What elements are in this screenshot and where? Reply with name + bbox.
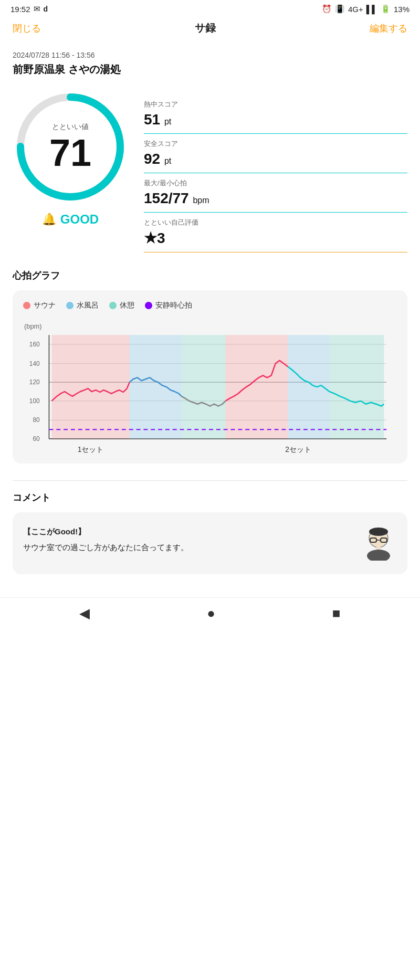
vibrate-icon: 📳 bbox=[335, 4, 345, 14]
svg-rect-18 bbox=[182, 335, 226, 439]
score-item-2: 最大/最小心拍 152/77 bpm bbox=[144, 173, 407, 213]
svg-text:1セット: 1セット bbox=[78, 445, 104, 454]
circle-gauge-container: とといい値 71 🔔 GOOD bbox=[13, 89, 128, 227]
home-button[interactable]: ● bbox=[207, 605, 215, 621]
good-text: GOOD bbox=[60, 212, 99, 227]
score-value-3: ★3 bbox=[144, 229, 407, 247]
main-content: 2024/07/28 11:56 - 13:56 前野原温泉 さやの湯処 ととい… bbox=[0, 43, 420, 587]
recents-button[interactable]: ■ bbox=[332, 605, 341, 621]
status-bar: 19:52 ✉ d ⏰ 📳 4G+ ▌▌ 🔋 13% bbox=[0, 0, 420, 16]
legend-rest: 休憩 bbox=[109, 301, 134, 310]
signal-bars-icon: ▌▌ bbox=[366, 5, 377, 14]
legend-label-rest: 休憩 bbox=[120, 301, 134, 310]
svg-rect-21 bbox=[329, 335, 384, 439]
heart-rate-title: 心拍グラフ bbox=[13, 269, 407, 282]
circle-value: 71 bbox=[49, 134, 91, 172]
svg-text:100: 100 bbox=[29, 397, 40, 405]
score-value-1: 92 pt bbox=[144, 151, 407, 167]
circle-label: とといい値 bbox=[49, 122, 91, 132]
edit-button[interactable]: 編集する bbox=[370, 22, 407, 35]
status-left: 19:52 ✉ d bbox=[10, 4, 48, 14]
record-datetime: 2024/07/28 11:56 - 13:56 bbox=[13, 51, 407, 59]
svg-text:60: 60 bbox=[33, 435, 40, 442]
score-item-1: 安全スコア 92 pt bbox=[144, 134, 407, 173]
battery-icon: 🔋 bbox=[381, 4, 391, 14]
legend-dot-rest bbox=[109, 302, 117, 309]
legend-water: 水風呂 bbox=[66, 301, 99, 310]
comment-text: 【ここがGood!】 サウナ室での過ごし方があなたに合ってます。 bbox=[23, 525, 352, 554]
svg-point-31 bbox=[367, 550, 390, 561]
comment-title: コメント bbox=[13, 491, 407, 504]
legend-sauna: サウナ bbox=[23, 301, 56, 310]
graph-card: サウナ 水風呂 休憩 安静時心拍 (bpm) bbox=[13, 290, 407, 463]
score-label-2: 最大/最小心拍 bbox=[144, 178, 407, 188]
close-button[interactable]: 閉じる bbox=[13, 22, 41, 35]
record-place: 前野原温泉 さやの湯処 bbox=[13, 62, 407, 77]
svg-rect-19 bbox=[226, 335, 288, 439]
svg-text:120: 120 bbox=[29, 378, 40, 386]
legend-label-resting-hr: 安静時心拍 bbox=[155, 301, 192, 310]
heart-rate-chart: (bpm) 160 140 120 100 80 bbox=[23, 319, 397, 455]
circle-inner: とといい値 71 bbox=[49, 122, 91, 172]
right-scores: 熱中スコア 51 pt 安全スコア 92 pt 最大/最小心拍 152/77 b… bbox=[144, 89, 407, 252]
score-value-0: 51 pt bbox=[144, 111, 407, 128]
bottom-nav: ◀ ● ■ bbox=[0, 597, 420, 629]
back-button[interactable]: ◀ bbox=[79, 605, 90, 621]
legend-label-water: 水風呂 bbox=[77, 301, 99, 310]
legend-label-sauna: サウナ bbox=[34, 301, 56, 310]
score-label-1: 安全スコア bbox=[144, 139, 407, 149]
svg-text:80: 80 bbox=[33, 416, 40, 424]
legend-dot-water bbox=[66, 302, 74, 309]
mail-icon: ✉ bbox=[34, 4, 40, 14]
score-label-0: 熱中スコア bbox=[144, 100, 407, 109]
alarm-icon: ⏰ bbox=[322, 4, 332, 14]
good-label: 🔔 GOOD bbox=[42, 212, 99, 227]
circle-gauge: とといい値 71 bbox=[13, 89, 128, 205]
svg-text:160: 160 bbox=[29, 341, 40, 348]
legend-resting-hr: 安静時心拍 bbox=[145, 301, 192, 310]
svg-text:2セット: 2セット bbox=[285, 445, 311, 454]
score-item-3: とといい自己評価 ★3 bbox=[144, 213, 407, 252]
svg-rect-17 bbox=[130, 335, 182, 439]
comment-card: 【ここがGood!】 サウナ室での過ごし方があなたに合ってます。 bbox=[13, 512, 407, 574]
top-nav: 閉じる サ録 編集する bbox=[0, 16, 420, 43]
graph-legend: サウナ 水風呂 休憩 安静時心拍 bbox=[23, 301, 397, 310]
svg-point-26 bbox=[369, 528, 388, 536]
legend-dot-sauna bbox=[23, 302, 30, 309]
comment-body: サウナ室での過ごし方があなたに合ってます。 bbox=[23, 541, 352, 554]
legend-dot-resting-hr bbox=[145, 302, 152, 309]
signal-label: 4G+ bbox=[348, 5, 363, 14]
divider bbox=[13, 480, 407, 481]
d-icon: d bbox=[44, 5, 48, 13]
battery-percent: 13% bbox=[394, 5, 410, 14]
score-value-2: 152/77 bpm bbox=[144, 190, 407, 207]
time: 19:52 bbox=[10, 5, 30, 14]
score-item-0: 熱中スコア 51 pt bbox=[144, 94, 407, 134]
avatar bbox=[360, 525, 397, 562]
bell-icon: 🔔 bbox=[42, 213, 56, 226]
svg-rect-16 bbox=[51, 335, 129, 439]
page-title: サ録 bbox=[195, 21, 216, 35]
score-label-3: とといい自己評価 bbox=[144, 218, 407, 227]
svg-text:(bpm): (bpm) bbox=[24, 322, 42, 330]
score-section: とといい値 71 🔔 GOOD 熱中スコア 51 pt 安全スコア 92 pt … bbox=[13, 89, 407, 252]
svg-text:140: 140 bbox=[29, 360, 40, 367]
status-right: ⏰ 📳 4G+ ▌▌ 🔋 13% bbox=[322, 4, 410, 14]
comment-good-label: 【ここがGood!】 bbox=[23, 525, 352, 539]
